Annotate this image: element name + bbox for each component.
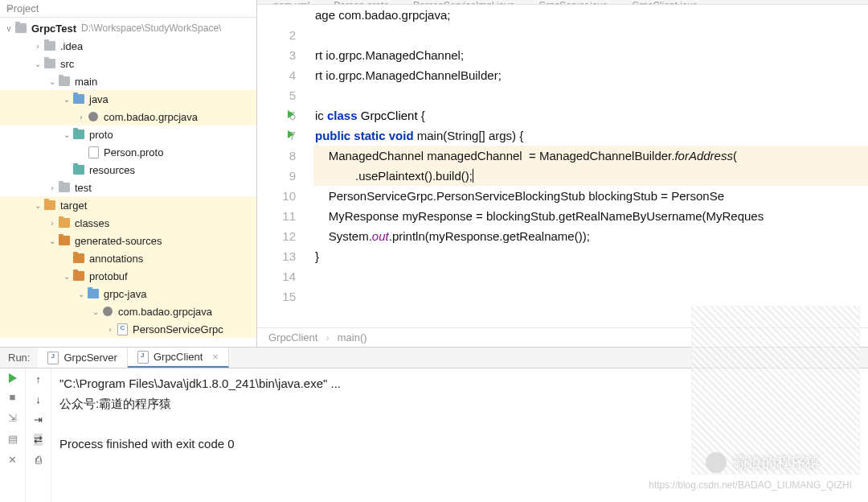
gutter[interactable]: 23456789101112131415 bbox=[257, 5, 313, 327]
layout-icon[interactable]: ▤ bbox=[6, 433, 19, 446]
sidebar-header[interactable]: Project bbox=[0, 0, 256, 18]
editor-tab[interactable]: GrpcClient.java bbox=[632, 0, 698, 4]
editor-tab[interactable]: PersonServiceImpl.java bbox=[413, 0, 514, 4]
run-icon[interactable] bbox=[9, 373, 17, 383]
project-tree[interactable]: vGrpcTestD:\Workspace\StudyWorkSpace\›.i… bbox=[0, 18, 256, 338]
chevron-right-icon: › bbox=[326, 331, 329, 344]
tree-root[interactable]: vGrpcTestD:\Workspace\StudyWorkSpace\ bbox=[0, 19, 256, 37]
tree-item[interactable]: ⌄src bbox=[0, 55, 256, 72]
scroll-icon[interactable]: ⇄ bbox=[34, 434, 43, 446]
qr-code-watermark bbox=[691, 306, 860, 475]
tree-item[interactable]: ⌄java bbox=[0, 90, 256, 108]
tree-item[interactable]: ⌄com.badao.grpcjava bbox=[0, 302, 256, 320]
tree-item[interactable]: ⌄grpc-java bbox=[0, 285, 256, 302]
sidebar-title: Project bbox=[6, 2, 250, 14]
run-toolbar-left[interactable]: ■ ⇲ ▤ ✕ bbox=[0, 368, 26, 502]
print-icon[interactable]: ⎙ bbox=[35, 454, 42, 466]
tree-item[interactable]: resources bbox=[0, 161, 256, 179]
editor-pane: pom.xmlPerson.protoPersonServiceImpl.jav… bbox=[257, 0, 868, 347]
editor-tab[interactable]: pom.xml bbox=[273, 0, 309, 4]
tree-item[interactable]: ›.idea bbox=[0, 37, 256, 55]
watermark-url: https://blog.csdn.net/BADAO_LIUMANG_QIZH… bbox=[649, 479, 852, 491]
tree-item[interactable]: ⌄proto bbox=[0, 126, 256, 143]
run-toolbar-2[interactable]: ↑ ↓ ⇥ ⇄ ⎙ bbox=[26, 368, 51, 502]
down-icon[interactable]: ↓ bbox=[35, 393, 41, 405]
up-icon[interactable]: ↑ bbox=[35, 373, 41, 385]
tree-item[interactable]: ›test bbox=[0, 179, 256, 196]
run-tab[interactable]: GrpcClient× bbox=[128, 348, 229, 368]
run-label: Run: bbox=[0, 352, 38, 364]
tree-item[interactable]: ⌄main bbox=[0, 72, 256, 90]
tree-item[interactable]: Person.proto bbox=[0, 143, 256, 161]
wechat-icon bbox=[706, 452, 727, 473]
tree-item[interactable]: ⌄protobuf bbox=[0, 267, 256, 285]
editor-tab[interactable]: Person.proto bbox=[334, 0, 389, 4]
run-tab[interactable]: GrpcServer bbox=[38, 348, 127, 368]
export-icon[interactable]: ⇲ bbox=[6, 412, 19, 425]
wrap-icon[interactable]: ⇥ bbox=[34, 414, 43, 426]
tree-item[interactable]: ⌄target bbox=[0, 196, 256, 214]
watermark-name: 霸道的程序猿 bbox=[706, 452, 820, 473]
tree-item[interactable]: ›classes bbox=[0, 214, 256, 232]
project-sidebar: Project vGrpcTestD:\Workspace\StudyWorkS… bbox=[0, 0, 257, 347]
stop-icon[interactable]: ■ bbox=[6, 391, 19, 404]
breadcrumb-class[interactable]: GrpcClient bbox=[268, 331, 317, 344]
tree-item[interactable]: ›PersonServiceGrpc bbox=[0, 320, 256, 338]
tree-item[interactable]: annotations bbox=[0, 249, 256, 267]
tree-item[interactable]: ›com.badao.grpcjava bbox=[0, 108, 256, 126]
code-editor[interactable]: age com.badao.grpcjava;rt io.grpc.Manage… bbox=[313, 5, 868, 327]
delete-icon[interactable]: ✕ bbox=[6, 454, 19, 467]
breadcrumb-method[interactable]: main() bbox=[338, 331, 367, 344]
tree-item[interactable]: ⌄generated-sources bbox=[0, 232, 256, 249]
editor-tab[interactable]: GrpcServer.java bbox=[538, 0, 608, 4]
